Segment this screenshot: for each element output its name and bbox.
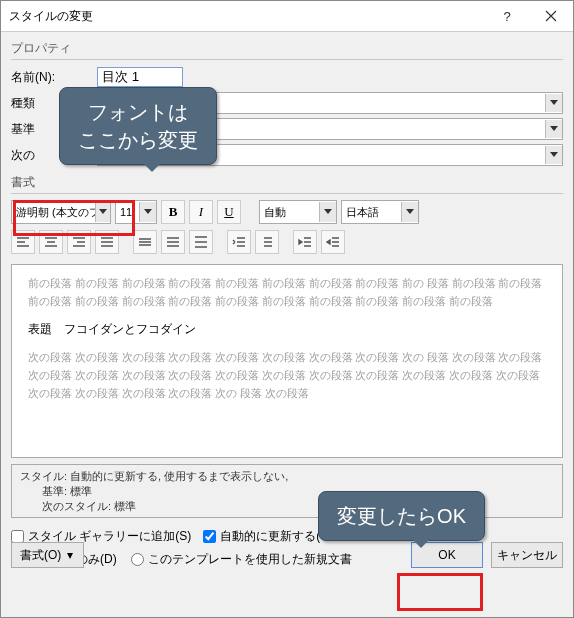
cancel-button[interactable]: キャンセル [491,542,563,568]
indent-inc-button[interactable] [321,230,345,254]
style-base-combo[interactable] [97,118,563,140]
name-label: 名前(N): [11,69,97,86]
style-description: スタイル: 自動的に更新する, 使用するまで表示しない, 基準: 標準 次のスタ… [11,464,563,518]
paragraph-toolbar [11,230,563,254]
indent-dec-button[interactable] [293,230,317,254]
preview-sample: 表題 フコイダンとフコダイン [28,320,546,339]
font-toolbar: 游明朝 (本文のフ 11 B I U 自動 日本語 [11,200,563,224]
titlebar: スタイルの変更 ? [1,1,573,32]
format-heading: 書式 [11,174,563,191]
preview-before: 前の段落 前の段落 前の段落 前の段落 前の段落 前の段落 前の段落 前の段落 … [28,275,546,310]
modify-style-dialog: スタイルの変更 ? プロパティ 名前(N): 種類 基準 次の 書式 [0,0,574,618]
style-next-combo[interactable] [97,144,563,166]
line-spacing-2-button[interactable] [189,230,213,254]
help-button[interactable]: ? [485,1,529,31]
bold-button[interactable]: B [161,200,185,224]
font-color-combo[interactable]: 自動 [259,200,337,224]
preview-pane: 前の段落 前の段落 前の段落 前の段落 前の段落 前の段落 前の段落 前の段落 … [11,264,563,458]
close-button[interactable] [529,1,573,31]
type-label: 種類 [11,95,97,112]
align-right-button[interactable] [67,230,91,254]
ok-button[interactable]: OK [411,542,483,568]
preview-after: 次の段落 次の段落 次の段落 次の段落 次の段落 次の段落 次の段落 次の段落 … [28,349,546,402]
highlight-ok-button [397,573,483,611]
base-label: 基準 [11,121,97,138]
style-name-input[interactable] [97,67,183,87]
next-label: 次の [11,147,97,164]
align-center-button[interactable] [39,230,63,254]
language-combo[interactable]: 日本語 [341,200,419,224]
chevron-down-icon [139,202,156,222]
font-name-combo[interactable]: 游明朝 (本文のフ [11,200,111,224]
italic-button[interactable]: I [189,200,213,224]
chevron-down-icon [95,202,110,222]
chevron-down-icon: ▾ [65,548,75,562]
properties-heading: プロパティ [11,40,563,57]
line-spacing-15-button[interactable] [161,230,185,254]
window-title: スタイルの変更 [1,8,93,25]
align-left-button[interactable] [11,230,35,254]
align-justify-button[interactable] [95,230,119,254]
chevron-down-icon [319,202,336,222]
underline-button[interactable]: U [217,200,241,224]
format-button[interactable]: 書式(O) ▾ [11,542,84,568]
space-before-dec-button[interactable] [255,230,279,254]
chevron-down-icon [401,202,418,222]
style-type-combo[interactable] [97,92,563,114]
space-before-inc-button[interactable] [227,230,251,254]
line-spacing-1-button[interactable] [133,230,157,254]
font-size-combo[interactable]: 11 [115,200,157,224]
